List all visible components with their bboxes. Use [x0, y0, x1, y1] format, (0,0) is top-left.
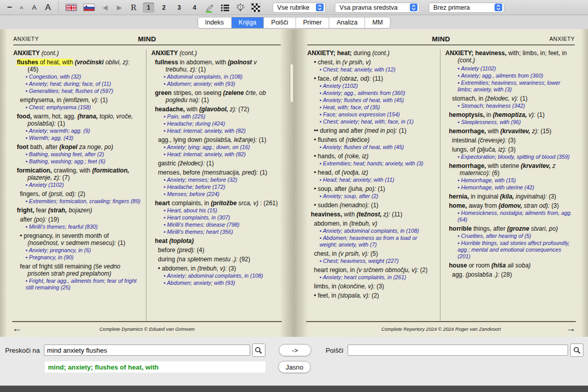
cross-reference[interactable]: • Congestion, with (32): [13, 74, 142, 80]
cross-reference[interactable]: • Anxiety; flushes of heat, with (45): [307, 97, 436, 104]
clear-button[interactable]: Jasno: [278, 361, 311, 373]
rubric-entry[interactable]: • pregnancy, in seventh month of (nosečn…: [13, 232, 142, 247]
cross-reference[interactable]: • Anxiety; soup, after (2): [307, 193, 436, 200]
cross-reference[interactable]: • Anxiety; menses; before (32): [152, 177, 280, 183]
cross-reference[interactable]: • Head; internal; anxiety, with (82): [152, 151, 280, 158]
tab-indeks[interactable]: Indeks: [198, 17, 232, 28]
rubric-entry[interactable]: • feet, in (stopala, v): (2): [307, 292, 436, 299]
rubric-entry[interactable]: fingers, of (prsti, od): (2): [13, 190, 142, 198]
jump-to-input[interactable]: [44, 345, 250, 356]
cross-reference[interactable]: • Chest; heat; anxiety, with (12): [307, 66, 436, 73]
cross-reference[interactable]: • Bathing, washing; agg.; feet (6): [13, 158, 142, 165]
rubric-entry[interactable]: • flushes of (rdečice): [307, 136, 436, 143]
tab-mm[interactable]: MM: [365, 17, 390, 28]
rubric-entry[interactable]: emphysema, in (emfizem, v): (1): [13, 96, 142, 104]
rubric-entry[interactable]: agg. (poslabša .): (28): [446, 271, 574, 278]
cross-reference[interactable]: • Menses; before (224): [152, 191, 280, 198]
rubric-entry[interactable]: • head, of (vodja, iz): [307, 169, 436, 176]
rubric-entry[interactable]: • soup, after (juha, po): (1): [307, 185, 436, 192]
rubric-entry[interactable]: agg., lying down (poslabša, ležanje): (1…: [152, 136, 280, 143]
cross-reference[interactable]: • Anxiety; abdominal complaints, in (108…: [152, 273, 280, 279]
grade-3-button[interactable]: 3: [174, 3, 185, 13]
font-size-small-button[interactable]: A: [15, 5, 28, 10]
find-search-button[interactable]: [570, 344, 583, 357]
rubric-entry[interactable]: before (pred): (4): [152, 247, 280, 254]
cross-reference[interactable]: • Warmth; agg. (43): [13, 135, 142, 141]
rubric-entry[interactable]: fear of fright still remaining (še vedno…: [13, 263, 142, 277]
minimize-icon[interactable]: −: [4, 3, 15, 13]
rubric-entry[interactable]: abdomen, in (trebuh, v): [307, 220, 436, 227]
grade-2-button[interactable]: 2: [158, 3, 169, 13]
rubric-entry[interactable]: hemoptysis, in (hemoptiza, v): (1): [446, 111, 574, 118]
rubric-entry[interactable]: during (na spletnem mestu .): (92): [152, 256, 280, 263]
rubric-header[interactable]: ANXIETY (cont.): [152, 50, 280, 57]
remedies-filter-dropdown[interactable]: Vsa pravna sredstva: [335, 3, 420, 13]
cross-reference[interactable]: • Mirilli's themes; disease (798): [152, 222, 280, 228]
rubric-entry[interactable]: • chest, in (v prsih, v): [307, 59, 436, 66]
grade-4-button[interactable]: 4: [189, 3, 200, 13]
cross-reference[interactable]: • Abdomen; heaviness as from a load or w…: [307, 235, 436, 248]
rubric-entry[interactable]: headache, with (glavobol, z): (72): [152, 106, 280, 113]
cross-reference[interactable]: • Abdomen; anxiety; with (93): [152, 280, 280, 286]
cross-reference[interactable]: • Anxiety; agg., ailments from (360): [307, 90, 436, 96]
remedy-grid-icon[interactable]: [249, 2, 262, 13]
cross-reference[interactable]: • Generalities; heat; flushes of (597): [13, 88, 142, 94]
rubric-list-icon[interactable]: [218, 2, 232, 13]
highlight-pencil-icon[interactable]: [203, 2, 216, 13]
rubric-entry[interactable]: • sudden (nenadno): (1): [307, 202, 436, 209]
rubric-entry[interactable]: gastric (želodec): (1): [152, 160, 280, 167]
find-input[interactable]: [348, 345, 568, 356]
rubric-entry[interactable]: intestinal (črevesje): (3): [446, 137, 574, 144]
cross-reference[interactable]: • Anxiety; heat; during; face, of (11): [13, 81, 142, 87]
cross-reference[interactable]: • Anxiety; flushes of heat, with (45): [307, 144, 436, 151]
rubric-entry[interactable]: stomach, in (želodec, v): (1): [446, 95, 574, 102]
cross-reference[interactable]: • Stomach; heaviness (342): [446, 103, 574, 109]
font-size-large-button[interactable]: A: [41, 3, 55, 13]
cross-reference[interactable]: • Cruelties, after hearing of (5): [446, 233, 574, 239]
rubric-entry[interactable]: hernia, in inguinal (kila, ingvinalna): …: [446, 193, 574, 200]
tab-analiza[interactable]: Analiza: [329, 17, 365, 28]
rubric-entry[interactable]: foot bath, after (kopel za noge, po): [13, 143, 142, 151]
remedy-r-button[interactable]: R: [127, 3, 141, 13]
cross-reference[interactable]: • Mirilli's themes; heart (356): [152, 229, 280, 235]
cross-reference[interactable]: • Head; heat; anxiety; with (11): [307, 177, 436, 183]
cross-reference[interactable]: • Anxiety; warmth; agg. (9): [13, 128, 142, 134]
cross-reference[interactable]: • Hemorrhage, with uterine (42): [446, 184, 574, 191]
cross-reference[interactable]: • Pregnancy, in (90): [13, 254, 142, 261]
cross-reference[interactable]: • Expectoration; bloody, spitting of blo…: [446, 154, 574, 160]
rubric-entry[interactable]: fright, fear (strah, bojazen): [13, 207, 142, 214]
rubric-entry[interactable]: house or room (hiša ali soba): [446, 262, 574, 269]
next-page-arrow-icon[interactable]: →: [560, 323, 576, 334]
cross-reference[interactable]: • Heart complaints, in (307): [152, 214, 280, 221]
rubric-entry[interactable]: horrible things, after (grozne stvari, p…: [446, 225, 574, 232]
rubric-entry[interactable]: chest, in (v prsih, v): (5): [307, 250, 436, 257]
rubric-entry[interactable]: • abdomen, in (trebuh, v): (3): [152, 265, 280, 272]
cross-reference[interactable]: • Anxiety; lying; agg.; down, on (16): [152, 144, 280, 151]
uk-flag-icon[interactable]: [65, 4, 77, 11]
cross-reference[interactable]: • Anxiety; heart complaints, in (261): [307, 274, 436, 281]
page-scrollbar[interactable]: [290, 64, 293, 103]
tab-knjiga[interactable]: Knjiga: [232, 17, 264, 28]
rubric-entry[interactable]: heart complaints, in (pritožbe srca, v) …: [152, 200, 280, 207]
nav-back-icon[interactable]: ◀: [98, 4, 112, 11]
rubric-entry[interactable]: hemorrhage, with uterine (krvavitev, z m…: [446, 162, 574, 177]
rubric-entry[interactable]: heat (toplota): [152, 237, 280, 244]
cross-reference[interactable]: • Extremities; heat; hands; anxiety, wit…: [307, 160, 436, 167]
cross-reference[interactable]: • Anxiety; pregnancy, in (6): [13, 247, 142, 254]
cross-reference[interactable]: • Chest; anxiety; heat, with; face, in (…: [307, 118, 436, 125]
rubric-entry[interactable]: heart region, in (v srčnem območju, v): …: [307, 266, 436, 274]
rubrics-filter-dropdown[interactable]: Vse rubrike: [273, 3, 326, 13]
case-filter-dropdown[interactable]: Brez primera: [429, 3, 504, 13]
nav-forward-icon[interactable]: ▶: [112, 4, 127, 11]
rubric-entry[interactable]: menses, before (menstruacija, pred): (1): [152, 169, 280, 176]
cross-reference[interactable]: • Anxiety (1102): [446, 65, 574, 72]
rubric-entry[interactable]: hemorrhage, with (krvavitev, z): (15): [446, 128, 574, 135]
tab-primer[interactable]: Primer: [296, 17, 330, 28]
cross-reference[interactable]: • Anxiety (1102): [13, 182, 142, 188]
cross-reference[interactable]: • Fright, fear agg., ailments from; fear…: [13, 278, 142, 291]
cross-reference[interactable]: • Chest; emphysema (158): [13, 104, 142, 111]
rubric-entry[interactable]: flushes of heat, with (vročinski oblivi,…: [13, 59, 142, 73]
rubric-header[interactable]: ANXIETY; heat; during (cont.): [307, 50, 436, 57]
rubric-entry[interactable]: fullness in abdomen, with (polnost v tre…: [152, 59, 280, 73]
cross-reference[interactable]: • Sleeplessness, with (96): [446, 119, 574, 126]
